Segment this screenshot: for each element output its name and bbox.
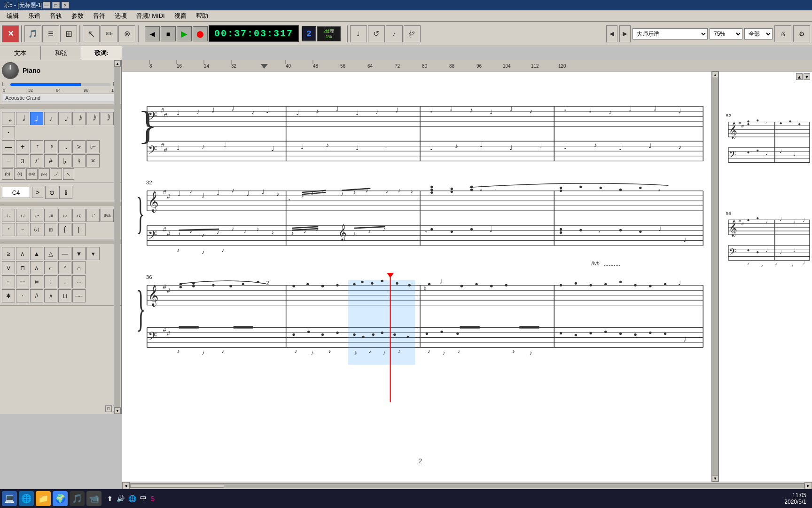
master-score-selector[interactable]: 大师乐谱 <box>632 28 708 40</box>
collapse-btn-1[interactable]: □ <box>105 405 112 412</box>
pencil-btn[interactable]: ✏ <box>101 25 117 42</box>
rest-eighth-btn[interactable]: 𝄿 <box>44 140 57 153</box>
list-btn[interactable]: ≡ <box>42 25 59 42</box>
tie-btn[interactable]: — <box>2 140 15 153</box>
tab-text[interactable]: 文本 <box>0 46 41 60</box>
erase-btn[interactable]: ⊗ <box>118 25 135 42</box>
half-note-btn[interactable]: 𝅗𝅥 <box>16 112 29 125</box>
score-vscroll-down[interactable]: ▼ <box>712 475 718 482</box>
sys-tray-volume-icon[interactable]: 🔊 <box>117 495 125 502</box>
score-vscroll-up[interactable]: ▲ <box>712 71 718 78</box>
triplet-btn[interactable]: 3 <box>16 154 29 167</box>
16th-note-btn[interactable]: 𝅘𝅥𝅯 <box>58 112 71 125</box>
play-btn[interactable]: ▶ <box>177 26 192 41</box>
note-group-4[interactable]: ♩≡ <box>44 209 57 222</box>
sys-tray-sogou-icon[interactable]: S <box>150 495 155 502</box>
128th-note-btn[interactable]: 𝅘𝅥𝅲 <box>101 112 114 125</box>
artic-caret[interactable]: ∧ <box>30 261 43 274</box>
rewind-btn[interactable]: ◀ <box>145 26 160 41</box>
note-group-5[interactable]: ♪♪ <box>58 209 71 222</box>
whole-note-btn[interactable]: 𝅝 <box>2 112 15 125</box>
64th-note-btn[interactable]: 𝅘𝅥𝅱 <box>86 112 100 125</box>
dyn-3[interactable]: ⊨ <box>30 275 43 288</box>
note-advance-btn[interactable]: > <box>32 187 43 198</box>
trill-btn[interactable]: tr~ <box>86 140 100 153</box>
staccato-btn[interactable]: ♪′ <box>30 154 43 167</box>
note-circle-btn[interactable]: ⊙ <box>45 186 58 199</box>
bracket-btn[interactable]: [ <box>72 223 86 236</box>
close-btn[interactable]: ✕ <box>2 25 19 42</box>
dyn-4[interactable]: ↕ <box>44 275 57 288</box>
stop-btn[interactable]: ■ <box>161 26 176 41</box>
32nd-note-btn[interactable]: 𝅘𝅥𝅰 <box>72 112 86 125</box>
score-vscroll-track[interactable] <box>712 78 718 475</box>
artic-5[interactable]: — <box>58 247 71 260</box>
art-slash[interactable]: // <box>30 289 43 302</box>
dyn-5[interactable]: ↓ <box>58 275 71 288</box>
art-wave[interactable]: ⌢⌢ <box>72 289 86 302</box>
slash1-btn[interactable]: ⟋ <box>51 168 62 180</box>
vscroll-up[interactable]: ▲ <box>114 60 121 67</box>
note-group-7[interactable]: ♩ʼ <box>86 209 100 222</box>
sys-tray-network-icon[interactable]: 🌐 <box>128 495 136 502</box>
menu-help[interactable]: 帮助 <box>191 11 213 21</box>
scroll-right-arrow[interactable]: ► <box>804 482 812 490</box>
scroll-thumb[interactable] <box>130 484 224 488</box>
metronome-btn[interactable]: ♩ <box>350 25 367 42</box>
scroll-track[interactable] <box>130 484 804 488</box>
sharp-btn[interactable]: # <box>44 154 57 167</box>
print-btn[interactable]: 🖨 <box>774 25 791 42</box>
minimize-button[interactable]: — <box>43 2 50 8</box>
artic-7[interactable]: ▾ <box>86 247 100 260</box>
flat-btn[interactable]: ♭ <box>58 154 71 167</box>
menu-window[interactable]: 视窗 <box>170 11 191 21</box>
dyn-6[interactable]: ⌢ <box>72 275 86 288</box>
tab-chord[interactable]: 和弦 <box>41 46 82 60</box>
art-hat[interactable]: ∧ <box>44 289 57 302</box>
artic-2[interactable]: ∧ <box>16 247 29 260</box>
taskbar-app-explorer[interactable]: 📁 <box>36 491 51 506</box>
right-panel-nav-up[interactable]: ▲ <box>796 73 803 80</box>
paren-note-btn[interactable]: (♪) <box>30 223 43 236</box>
note-input-btn[interactable]: ♪ <box>386 25 403 42</box>
menu-options[interactable]: 选项 <box>110 11 132 21</box>
ped-btn[interactable]: 𝄌 <box>2 223 15 236</box>
double-sharp-btn[interactable]: ✕ <box>86 154 100 167</box>
zoom-selector[interactable]: 75% <box>710 28 742 40</box>
slash2-btn[interactable]: ⟍ <box>63 168 74 180</box>
scroll-left-arrow[interactable]: ◄ <box>122 482 130 490</box>
ellipsis-btn[interactable]: ··· <box>2 154 15 167</box>
artic-sq[interactable]: ⊓ <box>16 261 29 274</box>
sys-tray-ime-icon[interactable]: 中 <box>140 494 147 503</box>
nav-right-btn[interactable]: ► <box>619 25 631 42</box>
rest-16-btn[interactable]: 𝅍 <box>58 140 71 153</box>
taskbar-app-ie[interactable]: 🌐 <box>19 491 34 506</box>
accent-btn[interactable]: ≥ <box>72 140 86 153</box>
score-area[interactable]: 𝄢 𝄢 # # # # ♩ ♪ ♩ ♩ ♪ ♩ ♩ ♪ ♩ ♩ ♪ <box>122 71 718 489</box>
note-8va-btn[interactable]: 8va <box>101 209 114 222</box>
brace-btn[interactable]: { <box>58 223 71 236</box>
plus-btn[interactable]: + <box>16 140 29 153</box>
dyn-1[interactable]: ≡ <box>2 275 15 288</box>
artic-arc[interactable]: ∩ <box>72 261 86 274</box>
art-u[interactable]: ⊔ <box>58 289 71 302</box>
artic-1[interactable]: ≥ <box>2 247 15 260</box>
eighth-note-btn[interactable]: ♪ <box>44 112 57 125</box>
record-btn[interactable]: ⬤ <box>193 26 208 41</box>
artic-6[interactable]: ▼ <box>72 247 86 260</box>
maximize-button[interactable]: □ <box>52 2 60 8</box>
artic-4[interactable]: △ <box>44 247 57 260</box>
quarter-note-btn[interactable]: ♩ <box>30 112 43 125</box>
menu-score[interactable]: 乐谱 <box>23 11 45 21</box>
note-group-3[interactable]: ♩~ <box>30 209 43 222</box>
right-panel-nav-down[interactable]: ▼ <box>804 73 810 80</box>
artic-circ[interactable]: ° <box>58 261 71 274</box>
menu-audio-midi[interactable]: 音频/ MIDI <box>132 11 170 21</box>
paren-dbl-flat-btn[interactable]: (♭♭) <box>39 168 50 180</box>
double-flat-sharp-btn[interactable]: ⊗⊗ <box>26 168 38 180</box>
taskbar-app-system[interactable]: 💻 <box>2 491 17 506</box>
note-group-6[interactable]: ♪♫ <box>72 209 86 222</box>
paren-sharp-btn[interactable]: (♯) <box>14 168 25 180</box>
vscroll-track[interactable] <box>114 67 120 407</box>
menu-edit[interactable]: 编辑 <box>2 11 23 21</box>
